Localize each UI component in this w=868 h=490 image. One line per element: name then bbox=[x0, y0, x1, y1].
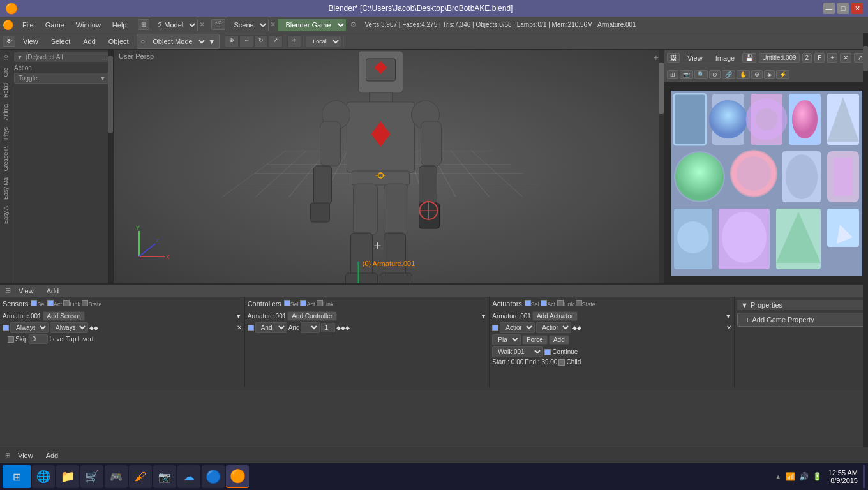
add-menu[interactable]: Add bbox=[78, 36, 101, 47]
bottom-add[interactable]: Add bbox=[41, 450, 64, 461]
act-cb[interactable] bbox=[47, 300, 54, 306]
scale-btn[interactable]: ⤢ bbox=[269, 35, 283, 48]
physics-tab[interactable]: Phys bbox=[1, 124, 10, 142]
workspace-icon[interactable]: ⊞ bbox=[138, 19, 149, 30]
continue-cb[interactable] bbox=[544, 349, 551, 355]
logic-add-menu[interactable]: Add bbox=[41, 286, 64, 296]
mode-selector[interactable]: Object Mode bbox=[146, 36, 207, 47]
ctrl-act-cb[interactable] bbox=[300, 300, 306, 306]
img-tool-5[interactable]: 🔗 bbox=[722, 70, 735, 79]
scene-selector[interactable]: Scene bbox=[227, 19, 269, 31]
viewport-vscrollbar[interactable] bbox=[659, 50, 664, 283]
state-cb[interactable] bbox=[82, 300, 88, 306]
sensor-delete[interactable]: ✕ bbox=[237, 324, 242, 331]
taskbar-paint[interactable]: 🖌 bbox=[129, 465, 152, 488]
image-add-icon[interactable]: + bbox=[827, 53, 837, 63]
image-view-menu[interactable]: View bbox=[682, 53, 708, 63]
act-state-cb[interactable] bbox=[576, 300, 582, 306]
act-link-cb[interactable] bbox=[557, 300, 564, 306]
sel-cb[interactable] bbox=[31, 300, 37, 306]
img-tool-2[interactable]: 📷 bbox=[680, 70, 693, 79]
engine-selector[interactable]: Blender Game bbox=[277, 19, 347, 31]
minimize-button[interactable]: — bbox=[823, 3, 835, 14]
mode-selector-container[interactable]: ○ Object Mode ▼ bbox=[137, 34, 220, 49]
taskbar-drive[interactable]: ☁ bbox=[177, 465, 200, 488]
ctrl-sel-cb[interactable] bbox=[284, 300, 290, 306]
logic-view-menu[interactable]: View bbox=[13, 286, 39, 296]
viewport-corner-plus[interactable]: + bbox=[654, 52, 659, 63]
img-tool-6[interactable]: ✋ bbox=[737, 70, 750, 79]
select-menu[interactable]: Select bbox=[46, 36, 76, 47]
add-btn[interactable]: Add bbox=[549, 335, 569, 345]
add-sensor-btn[interactable]: Add Sensor bbox=[43, 311, 85, 321]
logic-header-icon[interactable]: ⊞ bbox=[5, 286, 11, 295]
img-tool-3[interactable]: 🔍 bbox=[694, 70, 708, 79]
toolshelf-scrollbar[interactable] bbox=[108, 50, 113, 283]
scene-icon[interactable]: 🎬 bbox=[211, 19, 225, 30]
image-save-icon[interactable]: 💾 bbox=[742, 53, 756, 63]
img-tool-9[interactable]: ⚡ bbox=[776, 70, 789, 79]
start-button[interactable]: ⊞ bbox=[3, 465, 31, 488]
ctrl-val-input[interactable] bbox=[321, 323, 335, 332]
window-menu[interactable]: Window bbox=[71, 20, 106, 30]
object-menu[interactable]: Object bbox=[103, 36, 134, 47]
global-local-btn[interactable]: ⊕ bbox=[225, 35, 239, 48]
easya-tab[interactable]: Easy A bbox=[1, 204, 10, 226]
img-tool-8[interactable]: ◈ bbox=[764, 70, 775, 79]
systray-network[interactable]: 📶 bbox=[786, 472, 795, 481]
ctrl-and2-sel[interactable]: And bbox=[301, 322, 320, 333]
act-action-sel[interactable]: Action bbox=[536, 322, 571, 333]
close-button[interactable]: ✕ bbox=[851, 3, 863, 14]
create-tab[interactable]: Cre bbox=[1, 65, 10, 80]
systray-sound[interactable]: 🔊 bbox=[799, 472, 809, 481]
ctrl-type-sel[interactable]: And bbox=[255, 322, 287, 333]
right-panel-scrollbar-thumb[interactable] bbox=[863, 50, 868, 71]
viewport[interactable]: (0) Armature.001 User Persp + X Y bbox=[114, 50, 664, 283]
add-controller-btn[interactable]: Add Controller bbox=[287, 311, 337, 321]
easyma-tab[interactable]: Easy Ma bbox=[1, 175, 10, 202]
img-tool-7[interactable]: ⚙ bbox=[751, 70, 763, 79]
taskbar-camera[interactable]: 📷 bbox=[153, 465, 176, 488]
bottom-view[interactable]: View bbox=[13, 450, 38, 461]
bottom-icon[interactable]: ⊞ bbox=[5, 452, 10, 459]
img-tool-4[interactable]: ⊙ bbox=[709, 70, 721, 79]
file-menu[interactable]: File bbox=[17, 20, 39, 30]
play-type-sel[interactable]: Play bbox=[492, 334, 521, 345]
act-enabled-cb[interactable] bbox=[492, 325, 498, 331]
relations-tab[interactable]: Relati bbox=[1, 80, 10, 100]
skip-cb[interactable] bbox=[8, 336, 14, 343]
child-cb[interactable] bbox=[558, 359, 565, 366]
transform-btn[interactable]: ↔ bbox=[239, 35, 253, 48]
help-menu[interactable]: Help bbox=[107, 20, 132, 30]
scene-close[interactable]: ✕ bbox=[270, 20, 276, 29]
sensor-type1-sel[interactable]: Always bbox=[10, 322, 49, 333]
view-menu[interactable]: View bbox=[18, 36, 43, 47]
workspace-add[interactable]: ✕ bbox=[199, 20, 205, 29]
link-cb[interactable] bbox=[63, 300, 70, 306]
walk-action-sel[interactable]: Walk.001 bbox=[492, 346, 543, 357]
cursor-btn[interactable]: ✛ bbox=[287, 35, 301, 48]
pivot-selector[interactable]: Local bbox=[306, 36, 341, 47]
force-btn[interactable]: Force bbox=[522, 335, 548, 345]
rotate-btn[interactable]: ↻ bbox=[254, 35, 268, 48]
act-sel-cb[interactable] bbox=[525, 300, 531, 306]
tools-tab[interactable]: To bbox=[1, 52, 10, 64]
taskbar-store[interactable]: 🛒 bbox=[80, 465, 103, 488]
workspace-selector[interactable]: 2-Model bbox=[151, 19, 198, 31]
taskbar-explorer[interactable]: 📁 bbox=[56, 465, 79, 488]
toolshelf-scrollbar-thumb[interactable] bbox=[108, 56, 113, 133]
systray-chevron[interactable]: ▲ bbox=[775, 473, 782, 480]
toggle-dropdown[interactable]: Toggle ▼ bbox=[14, 73, 110, 84]
act-type-sel[interactable]: Action bbox=[500, 322, 535, 333]
taskbar-chrome[interactable]: 🔵 bbox=[202, 465, 225, 488]
image-close-icon[interactable]: ✕ bbox=[840, 53, 851, 63]
taskbar-blender[interactable]: 🟠 bbox=[226, 465, 249, 488]
add-game-property-btn[interactable]: + Add Game Property bbox=[737, 313, 865, 327]
image-viewer-icon[interactable]: 🖼 bbox=[667, 53, 680, 63]
show-desktop-btn[interactable] bbox=[863, 465, 865, 488]
systray-battery[interactable]: 🔋 bbox=[812, 472, 822, 481]
image-image-menu[interactable]: Image bbox=[710, 53, 740, 63]
ctrl-link-cb[interactable] bbox=[317, 300, 323, 306]
act-act-cb[interactable] bbox=[541, 300, 547, 306]
sensor-enabled-cb[interactable] bbox=[3, 325, 9, 331]
